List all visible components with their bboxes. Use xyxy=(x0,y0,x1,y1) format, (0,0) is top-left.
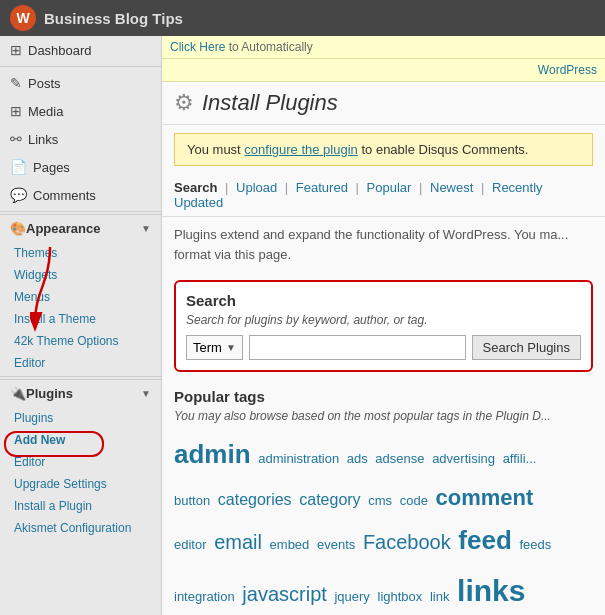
plugins-icon: 🔌 xyxy=(10,386,26,401)
sidebar-item-pages[interactable]: 📄 Pages xyxy=(0,153,161,181)
tag-lightbox[interactable]: lightbox xyxy=(378,589,423,604)
popular-tags-desc: You may also browse based on the most po… xyxy=(174,409,593,423)
popular-tags-title: Popular tags xyxy=(174,388,593,405)
tag-javascript[interactable]: javascript xyxy=(242,583,326,605)
sidebar-sub-widgets[interactable]: Widgets xyxy=(0,264,161,286)
sidebar-sub-editor-appearance[interactable]: Editor xyxy=(0,352,161,374)
sidebar-divider-2 xyxy=(0,211,161,212)
sidebar-sub-editor-plugins[interactable]: Editor xyxy=(0,451,161,473)
tag-adsense[interactable]: adsense xyxy=(375,451,424,466)
page-title: Install Plugins xyxy=(202,90,338,116)
sidebar: ⊞ Dashboard ✎ Posts ⊞ Media ⚯ Links 📄 Pa… xyxy=(0,36,162,615)
appearance-subnav: Themes Widgets Menus Install a Theme 42k… xyxy=(0,242,161,374)
sidebar-divider-1 xyxy=(0,66,161,67)
tag-feed[interactable]: feed xyxy=(458,525,511,555)
tag-code[interactable]: code xyxy=(400,493,428,508)
tag-affili[interactable]: affili... xyxy=(503,451,537,466)
plugins-arrow: ▼ xyxy=(141,388,151,399)
appearance-icon: 🎨 xyxy=(10,221,26,236)
tag-ads[interactable]: ads xyxy=(347,451,368,466)
sidebar-sub-menus[interactable]: Menus xyxy=(0,286,161,308)
search-box: Search Search for plugins by keyword, au… xyxy=(174,280,593,372)
subnav-popular[interactable]: Popular xyxy=(367,180,412,195)
tag-integration[interactable]: integration xyxy=(174,589,235,604)
tag-advertising[interactable]: advertising xyxy=(432,451,495,466)
tag-links[interactable]: links xyxy=(457,574,525,607)
posts-icon: ✎ xyxy=(10,75,22,91)
add-new-wrapper: Add New xyxy=(0,429,161,451)
subnav-upload[interactable]: Upload xyxy=(236,180,277,195)
tag-category[interactable]: category xyxy=(299,491,360,508)
sidebar-item-media[interactable]: ⊞ Media xyxy=(0,97,161,125)
tag-jquery[interactable]: jquery xyxy=(334,589,369,604)
install-plugins-icon: ⚙ xyxy=(174,90,194,116)
media-icon: ⊞ xyxy=(10,103,22,119)
search-input[interactable] xyxy=(249,335,466,360)
notice-bar: Click Here to Automatically xyxy=(162,36,605,59)
search-box-desc: Search for plugins by keyword, author, o… xyxy=(186,313,581,327)
sidebar-appearance-header[interactable]: 🎨 Appearance ▼ xyxy=(0,214,161,242)
sidebar-sub-add-new[interactable]: Add New xyxy=(0,429,161,451)
sidebar-sub-install-plugin[interactable]: Install a Plugin xyxy=(0,495,161,517)
sidebar-sub-akismet[interactable]: Akismet Configuration xyxy=(0,517,161,539)
wordpress-link[interactable]: WordPress xyxy=(538,63,597,77)
sidebar-item-posts[interactable]: ✎ Posts xyxy=(0,69,161,97)
tags-cloud: admin administration ads adsense adverti… xyxy=(174,431,593,615)
notice-bar-2: WordPress xyxy=(162,59,605,82)
search-plugins-button[interactable]: Search Plugins xyxy=(472,335,581,360)
tag-email[interactable]: email xyxy=(214,531,262,553)
page-header: ⚙ Install Plugins xyxy=(162,82,605,125)
term-caret: ▼ xyxy=(226,342,236,353)
plugin-subnav: Search | Upload | Featured | Popular | N… xyxy=(162,174,605,217)
sidebar-divider-3 xyxy=(0,376,161,377)
subnav-search[interactable]: Search xyxy=(174,180,217,195)
tag-embed[interactable]: embed xyxy=(270,537,310,552)
sidebar-sub-plugins[interactable]: Plugins xyxy=(0,407,161,429)
configure-text-2: to enable Disqus Comments. xyxy=(361,142,528,157)
configure-text-1: You must xyxy=(187,142,244,157)
tag-link[interactable]: link xyxy=(430,589,450,604)
sidebar-media-label: Media xyxy=(28,104,63,119)
tag-categories[interactable]: categories xyxy=(218,491,292,508)
tag-button[interactable]: button xyxy=(174,493,210,508)
tag-feeds[interactable]: feeds xyxy=(519,537,551,552)
click-here-link[interactable]: Click Here xyxy=(170,40,225,54)
subnav-featured[interactable]: Featured xyxy=(296,180,348,195)
configure-notice: You must configure the plugin to enable … xyxy=(174,133,593,166)
header: W Business Blog Tips xyxy=(0,0,605,36)
layout: ⊞ Dashboard ✎ Posts ⊞ Media ⚯ Links 📄 Pa… xyxy=(0,36,605,615)
sidebar-item-links[interactable]: ⚯ Links xyxy=(0,125,161,153)
term-select[interactable]: Term ▼ xyxy=(186,335,243,360)
tag-comment[interactable]: comment xyxy=(436,485,534,510)
configure-link[interactable]: configure the plugin xyxy=(244,142,357,157)
term-label: Term xyxy=(193,340,222,355)
links-icon: ⚯ xyxy=(10,131,22,147)
tag-facebook[interactable]: Facebook xyxy=(363,531,451,553)
search-row: Term ▼ Search Plugins xyxy=(186,335,581,360)
tag-administration[interactable]: administration xyxy=(258,451,339,466)
pages-icon: 📄 xyxy=(10,159,27,175)
sidebar-sub-themes[interactable]: Themes xyxy=(0,242,161,264)
main-content: Click Here to Automatically WordPress ⚙ … xyxy=(162,36,605,615)
plugins-subnav: Plugins Add New Editor Upgrade Settings … xyxy=(0,407,161,539)
sidebar-sub-install-theme[interactable]: Install a Theme xyxy=(0,308,161,330)
subnav-newest[interactable]: Newest xyxy=(430,180,473,195)
tag-admin[interactable]: admin xyxy=(174,439,251,469)
sidebar-item-dashboard[interactable]: ⊞ Dashboard xyxy=(0,36,161,64)
wordpress-logo: W xyxy=(10,5,36,31)
sidebar-sub-42k[interactable]: 42k Theme Options xyxy=(0,330,161,352)
search-box-title: Search xyxy=(186,292,581,309)
tag-cms[interactable]: cms xyxy=(368,493,392,508)
tag-events[interactable]: events xyxy=(317,537,355,552)
tag-editor[interactable]: editor xyxy=(174,537,207,552)
sidebar-appearance-label: Appearance xyxy=(26,221,100,236)
sidebar-item-comments[interactable]: 💬 Comments xyxy=(0,181,161,209)
plugins-description: Plugins extend and expand the functional… xyxy=(162,217,605,272)
sidebar-sub-upgrade[interactable]: Upgrade Settings xyxy=(0,473,161,495)
sidebar-pages-label: Pages xyxy=(33,160,70,175)
notice-text: to Automatically xyxy=(229,40,313,54)
sidebar-plugins-header[interactable]: 🔌 Plugins ▼ xyxy=(0,379,161,407)
sidebar-comments-label: Comments xyxy=(33,188,96,203)
sidebar-dashboard-label: Dashboard xyxy=(28,43,92,58)
sidebar-posts-label: Posts xyxy=(28,76,61,91)
